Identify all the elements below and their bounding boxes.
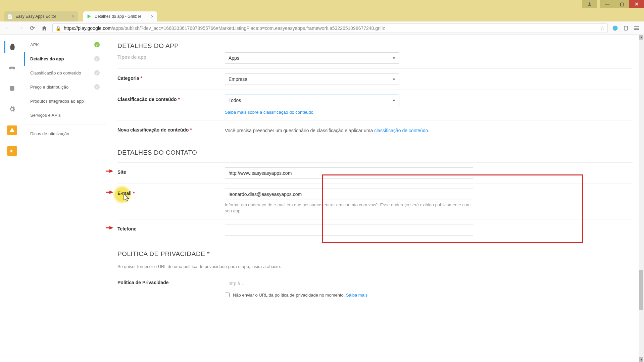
checkbox-skip-privacy[interactable] (225, 293, 230, 297)
nav-reload-button[interactable]: ⟳ (28, 24, 36, 32)
select-category[interactable]: Empresa ▼ (225, 73, 399, 85)
sidebar-item-preco[interactable]: Preço e distribuição ✓ (24, 80, 106, 94)
sidebar: APK ✓ Detalhes do app ✓ Classificação do… (24, 35, 106, 362)
tab-close-icon[interactable]: × (151, 14, 154, 19)
sidebar-item-label: Detalhes do app (30, 56, 94, 61)
iconbar-settings-icon[interactable] (6, 103, 18, 115)
window-user-button[interactable] (582, 0, 597, 8)
iconbar (0, 35, 24, 362)
sidebar-item-label: Produtos integrados ao app (30, 99, 100, 104)
iconbar-announcements-icon[interactable] (6, 145, 18, 157)
bookmark-star-icon[interactable]: ☆ (600, 25, 605, 31)
status-check-icon: ✓ (94, 42, 100, 47)
iconbar-android-icon[interactable] (4, 41, 18, 53)
select-app-type[interactable]: Apps ▼ (225, 52, 399, 64)
browser-tabbar: 📄 Easy Easy Apps Editor × Detalhes do ap… (0, 10, 644, 21)
device-icon[interactable] (623, 25, 629, 32)
label-phone: Telefone (117, 224, 225, 231)
sidebar-item-label: Dicas de otimização (30, 131, 100, 136)
iconbar-alerts-icon[interactable] (6, 124, 18, 136)
status-pending-icon: ✓ (94, 70, 100, 75)
sidebar-item-label: Classificação do conteúdo (30, 70, 94, 75)
browser-tab[interactable]: 📄 Easy Easy Apps Editor × (4, 11, 78, 21)
svg-point-2 (613, 25, 618, 31)
svg-rect-6 (634, 29, 639, 30)
email-help-text: Informe um endereço de e-mail em que pos… (225, 202, 473, 214)
sidebar-item-apk[interactable]: APK ✓ (24, 38, 106, 52)
privacy-section-title: POLÍTICA DE PRIVACIDADE * (117, 250, 633, 258)
input-site[interactable] (225, 167, 473, 179)
label-new-rating: Nova classificação de conteúdo * (117, 125, 225, 133)
svg-marker-11 (109, 191, 113, 194)
sidebar-divider (24, 124, 106, 124)
nav-home-button[interactable] (40, 24, 48, 32)
label-privacy: Política de Privacidade (117, 278, 225, 285)
select-content-rating[interactable]: Todos ▼ (225, 95, 399, 106)
svg-marker-9 (109, 169, 113, 173)
main-content: DETALHES DO APP Tipos de app Apps ▼ Cate… (106, 35, 644, 362)
status-pending-icon: ✓ (94, 56, 100, 61)
menu-icon[interactable] (633, 25, 640, 32)
tab-favicon-icon: 📄 (7, 14, 13, 19)
input-email[interactable] (225, 189, 473, 200)
svg-marker-1 (88, 14, 91, 18)
new-rating-text: Você precisa preencher um questionário d… (225, 125, 473, 134)
window-minimize-button[interactable]: — (600, 0, 614, 8)
row-app-type: Tipos de app Apps ▼ (117, 52, 633, 68)
label-app-type: Tipos de app (117, 52, 225, 60)
svg-rect-3 (624, 26, 627, 30)
label-email: E-mail * (117, 189, 225, 196)
sidebar-item-produtos[interactable]: Produtos integrados ao app (24, 94, 106, 108)
select-value: Apps (229, 55, 239, 61)
row-site: Site (117, 162, 633, 184)
chevron-down-icon: ▼ (392, 99, 396, 102)
contact-section-title: DETALHES DO CONTATO (117, 149, 633, 156)
extension-icon[interactable] (612, 25, 618, 32)
chevron-down-icon: ▼ (392, 77, 396, 81)
tab-favicon-icon (87, 14, 92, 19)
tab-title: Easy Easy Apps Editor (15, 14, 69, 19)
nav-forward-button[interactable]: → (16, 24, 24, 32)
row-phone: Telefone (117, 219, 633, 240)
lock-icon: 🔒 (55, 25, 61, 31)
sidebar-item-servicos[interactable]: Serviços e APIs (24, 108, 106, 122)
window-titlebar: — ▢ ✕ (0, 0, 644, 10)
scrollbar-down-icon[interactable]: ▼ (639, 357, 643, 362)
nav-back-button[interactable]: ← (4, 24, 12, 32)
input-phone[interactable] (225, 224, 473, 236)
sidebar-item-label: Serviços e APIs (30, 113, 100, 118)
iconbar-storage-icon[interactable] (6, 83, 18, 95)
svg-marker-13 (109, 226, 113, 229)
scrollbar-thumb[interactable] (639, 270, 643, 310)
checkbox-label: Não enviar o URL da política de privacid… (233, 293, 367, 298)
sidebar-item-classificacao[interactable]: Classificação do conteúdo ✓ (24, 66, 106, 80)
scrollbar-up-icon[interactable]: ▲ (639, 35, 643, 40)
iconbar-games-icon[interactable] (6, 62, 18, 74)
window-close-button[interactable]: ✕ (629, 0, 644, 8)
sidebar-item-label: Preço e distribuição (30, 85, 94, 90)
new-rating-link[interactable]: classificação de conteúdo. (374, 128, 429, 133)
content-rating-help-link[interactable]: Saiba mais sobre a classificação do cont… (225, 110, 314, 115)
sidebar-item-detalhes[interactable]: Detalhes do app ✓ (24, 52, 106, 66)
window-maximize-button[interactable]: ▢ (614, 0, 629, 8)
sidebar-item-dicas[interactable]: Dicas de otimização (24, 126, 106, 141)
annotation-arrow-icon (106, 190, 113, 194)
select-value: Todos (229, 98, 241, 103)
svg-point-0 (589, 2, 591, 4)
url-input[interactable]: 🔒 https://play.google.com/apps/publish/?… (52, 23, 608, 33)
svg-rect-4 (634, 26, 639, 27)
scrollbar[interactable]: ▲ ▼ (639, 35, 644, 362)
input-privacy-url[interactable] (225, 278, 473, 289)
label-content-rating: Classificação de conteúdo * (117, 95, 225, 102)
row-category: Categoria * Empresa ▼ (117, 68, 633, 90)
browser-tab-active[interactable]: Detalhes do app - Grillz re × (83, 11, 157, 21)
page-title: DETALHES DO APP (117, 42, 633, 50)
annotation-arrow-icon (106, 226, 113, 230)
tab-close-icon[interactable]: × (72, 14, 75, 19)
tab-title: Detalhes do app - Grillz re (95, 14, 148, 19)
privacy-intro: Se quiser fornecer o URL de uma política… (117, 264, 366, 270)
row-privacy: Política de Privacidade Não enviar o URL… (117, 273, 633, 302)
privacy-learn-more-link[interactable]: Saiba mais (346, 293, 367, 298)
url-text: https://play.google.com/apps/publish/?de… (64, 25, 598, 31)
browser-addressbar: ← → ⟳ 🔒 https://play.google.com/apps/pub… (0, 21, 644, 35)
